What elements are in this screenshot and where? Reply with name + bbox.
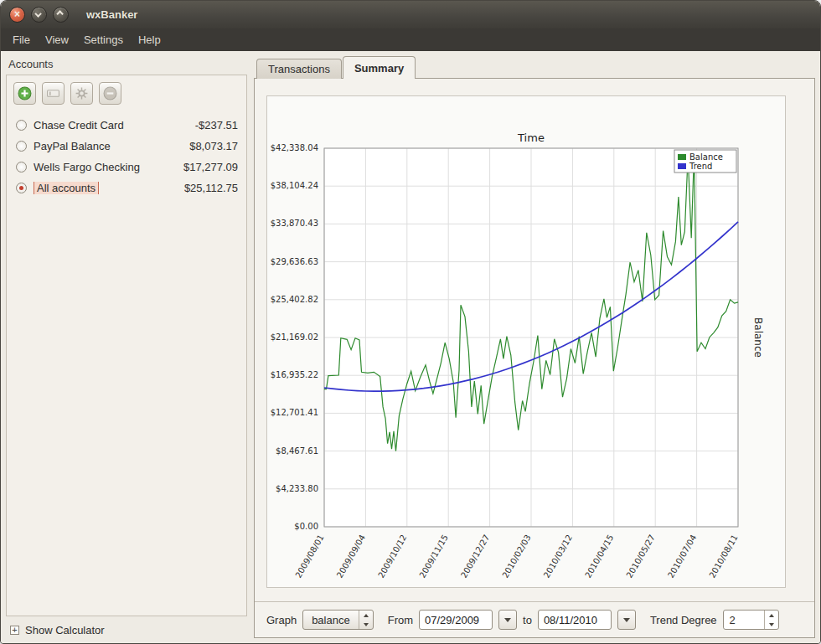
show-calculator-expander[interactable]: Show Calculator: [6, 616, 247, 638]
svg-text:2010/08/11: 2010/08/11: [707, 533, 739, 580]
titlebar: wxBanker: [1, 1, 820, 28]
spin-down-button[interactable]: [765, 620, 778, 629]
add-account-button[interactable]: [13, 82, 36, 105]
menu-file[interactable]: File: [5, 30, 38, 49]
account-name: All accounts: [34, 182, 184, 194]
svg-text:$29,636.63: $29,636.63: [271, 257, 318, 266]
radio-paypal[interactable]: [16, 141, 27, 152]
svg-text:Balance: Balance: [689, 152, 723, 162]
radio-chase[interactable]: [16, 120, 27, 131]
svg-text:Trend: Trend: [689, 162, 712, 171]
spin-down-button[interactable]: [359, 620, 373, 629]
from-date-dropdown-button[interactable]: [498, 610, 517, 630]
account-row-wellsfargo[interactable]: Wells Fargo Checking $17,277.09: [13, 157, 240, 178]
svg-text:$33,870.43: $33,870.43: [271, 219, 318, 228]
graph-type-value: balance: [303, 611, 359, 629]
spin-up-icon: [769, 614, 774, 617]
accounts-box: Chase Credit Card -$237.51 PayPal Balanc…: [6, 75, 247, 616]
close-button[interactable]: [9, 7, 25, 23]
maximize-button[interactable]: [53, 7, 69, 23]
svg-text:$12,701.41: $12,701.41: [271, 408, 318, 417]
menubar: File View Settings Help: [1, 28, 820, 51]
chart-area: 2009/08/012009/09/042009/10/122009/11/15…: [255, 79, 814, 601]
account-balance: -$237.51: [195, 119, 240, 131]
graph-controls-bar: Graph balance From 07/29/2009 to: [255, 601, 814, 637]
trend-degree-spinbox[interactable]: 2: [723, 610, 779, 630]
accounts-header: Accounts: [6, 56, 247, 75]
svg-text:2010/02/03: 2010/02/03: [500, 533, 532, 580]
svg-text:$21,169.02: $21,169.02: [271, 332, 318, 342]
menu-help[interactable]: Help: [131, 30, 168, 49]
to-label: to: [523, 614, 532, 626]
graph-type-combo[interactable]: balance: [302, 610, 374, 630]
show-calculator-label: Show Calculator: [25, 624, 105, 636]
svg-text:2010/05/27: 2010/05/27: [625, 533, 657, 580]
add-account-icon: [18, 86, 32, 100]
svg-text:Balance: Balance: [752, 317, 764, 358]
svg-text:2009/10/12: 2009/10/12: [376, 533, 408, 580]
tabbar: Transactions Summary: [254, 56, 815, 79]
from-date-input[interactable]: 07/29/2009: [419, 610, 493, 630]
svg-text:$25,402.82: $25,402.82: [271, 295, 318, 304]
minimize-button[interactable]: [31, 7, 47, 23]
account-name: Chase Credit Card: [34, 119, 195, 131]
summary-tab-content: 2009/08/012009/09/042009/10/122009/11/15…: [254, 78, 815, 638]
trend-degree-spinner: [764, 611, 778, 629]
accounts-toolbar: [13, 82, 240, 105]
gear-icon: [75, 86, 89, 100]
to-date-dropdown-button[interactable]: [617, 610, 636, 630]
svg-text:2009/09/04: 2009/09/04: [335, 533, 367, 580]
spin-down-icon: [769, 623, 774, 626]
radio-all-accounts[interactable]: [16, 183, 27, 193]
account-balance: $17,277.09: [183, 161, 240, 173]
selected-account-label: All accounts: [34, 182, 99, 194]
svg-text:2010/04/15: 2010/04/15: [583, 533, 615, 580]
svg-text:$4,233.80: $4,233.80: [276, 484, 318, 493]
remove-account-icon: [103, 86, 117, 100]
svg-text:$42,338.04: $42,338.04: [271, 143, 318, 152]
svg-text:2009/08/01: 2009/08/01: [293, 533, 325, 580]
to-date-input[interactable]: 08/11/2010: [538, 610, 612, 630]
svg-text:2010/07/04: 2010/07/04: [666, 533, 698, 580]
window-title: wxBanker: [86, 8, 137, 21]
rename-account-icon: [46, 86, 60, 100]
svg-text:$16,935.22: $16,935.22: [271, 370, 318, 379]
svg-text:$8,467.61: $8,467.61: [276, 446, 318, 456]
remove-account-button[interactable]: [99, 82, 121, 105]
configure-account-button[interactable]: [70, 82, 93, 105]
account-name: PayPal Balance: [34, 140, 189, 152]
tab-transactions[interactable]: Transactions: [256, 59, 342, 79]
svg-text:$0.00: $0.00: [294, 522, 318, 531]
graph-type-spinner: [359, 611, 373, 629]
summary-chart: 2009/08/012009/09/042009/10/122009/11/15…: [267, 96, 785, 587]
spin-up-icon: [364, 614, 369, 617]
svg-text:Time: Time: [517, 131, 545, 144]
from-label: From: [388, 614, 413, 626]
wxbanker-window: wxBanker File View Settings Help Account…: [0, 0, 821, 644]
account-balance: $8,073.17: [189, 140, 240, 152]
spin-up-button[interactable]: [765, 611, 778, 620]
svg-text:$38,104.24: $38,104.24: [271, 181, 318, 190]
menu-view[interactable]: View: [38, 30, 76, 49]
spin-up-button[interactable]: [359, 611, 373, 620]
main-content: Accounts: [1, 51, 820, 643]
chevron-up-icon: [56, 10, 63, 17]
trend-degree-value: 2: [724, 611, 764, 629]
chart-frame: 2009/08/012009/09/042009/10/122009/11/15…: [266, 95, 786, 588]
graph-label: Graph: [266, 614, 297, 626]
radio-wellsfargo[interactable]: [16, 162, 27, 173]
accounts-panel: Accounts: [6, 56, 247, 638]
account-balance: $25,112.75: [184, 182, 240, 194]
tab-summary[interactable]: Summary: [343, 56, 416, 79]
menu-settings[interactable]: Settings: [76, 30, 131, 49]
account-row-all-accounts[interactable]: All accounts $25,112.75: [13, 178, 240, 198]
account-name: Wells Fargo Checking: [34, 161, 183, 173]
dropdown-arrow-icon: [504, 618, 511, 622]
notebook-panel: Transactions Summary 2009/08/012009/09/0…: [254, 56, 815, 638]
account-row-chase[interactable]: Chase Credit Card -$237.51: [13, 115, 240, 136]
svg-text:2010/03/12: 2010/03/12: [542, 533, 574, 580]
svg-text:2009/12/27: 2009/12/27: [459, 533, 491, 580]
rename-account-button[interactable]: [42, 82, 65, 105]
dropdown-arrow-icon: [623, 618, 630, 622]
account-row-paypal[interactable]: PayPal Balance $8,073.17: [13, 136, 240, 157]
